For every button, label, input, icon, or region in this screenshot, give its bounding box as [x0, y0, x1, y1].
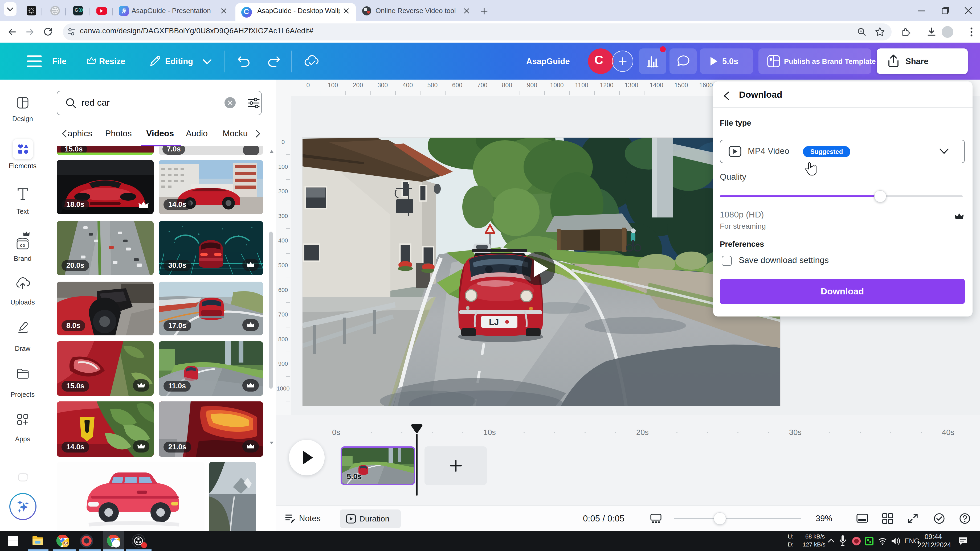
svg-text:co: co [20, 243, 25, 248]
svg-text:LJ: LJ [489, 317, 499, 327]
